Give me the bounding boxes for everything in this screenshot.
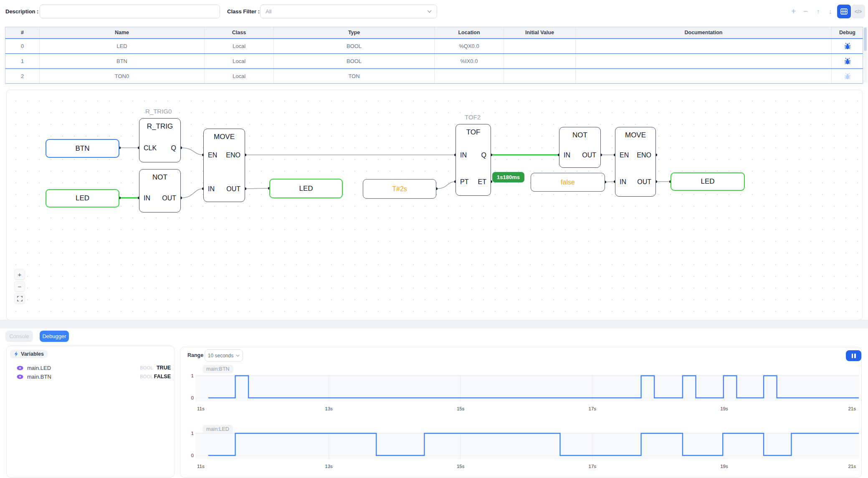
zoom-in-button[interactable]: + [14, 269, 25, 280]
block-not-1[interactable]: NOTINOUT [139, 169, 181, 212]
range-label: Range [187, 352, 203, 358]
variable-row[interactable]: main.LED BOOL TRUE [17, 364, 171, 372]
block-title: R_TRIG [139, 122, 180, 131]
variable-value: FALSE [153, 374, 171, 379]
tab-console[interactable]: Console [5, 331, 33, 342]
block-title: NOT [139, 173, 180, 182]
block-t2s-literal[interactable]: T#2s [363, 179, 436, 199]
block-led-var-2[interactable]: LED [269, 179, 343, 198]
port-eno: ENO [637, 152, 651, 159]
block-label: BTN [76, 144, 90, 153]
debug-toggle[interactable] [832, 69, 863, 83]
description-input[interactable] [40, 5, 220, 18]
port-eno: ENO [226, 152, 240, 159]
cell: Local [205, 54, 274, 68]
zoom-out-button[interactable]: − [14, 281, 25, 292]
table-row[interactable]: 0LEDLocalBOOL%QX0.0 [5, 38, 863, 54]
panel-divider[interactable] [0, 320, 868, 329]
column-header--[interactable]: # [5, 27, 40, 38]
port-out: OUT [637, 178, 651, 186]
tab-console-label: Console [9, 333, 29, 339]
cell: Local [205, 69, 274, 83]
lightning-icon [14, 351, 18, 357]
port-q: Q [481, 152, 486, 159]
variable-value: TRUE [153, 365, 171, 371]
table-view-button[interactable] [837, 5, 851, 18]
arrow-down-icon[interactable]: ↓ [823, 5, 837, 18]
block-led-var-1[interactable]: LED [46, 189, 119, 207]
instance-label-rtrig0: R_TRIG0 [145, 108, 172, 115]
cell [504, 54, 576, 68]
variables-table: #NameClassTypeLocationInitial ValueDocum… [5, 27, 863, 84]
fit-view-button[interactable] [14, 293, 25, 304]
debug-toggle[interactable] [832, 39, 863, 53]
block-btn-var[interactable]: BTN [46, 139, 119, 158]
zoom-out-toolbar-icon[interactable]: − [799, 5, 812, 18]
block-r-trig[interactable]: R_TRIGCLKQ [139, 118, 181, 162]
column-header-documentation[interactable]: Documentation [576, 27, 832, 38]
cell: BOOL [274, 54, 435, 68]
pause-icon [852, 354, 856, 358]
debugger-chart-panel: Range 10 seconds [180, 347, 862, 478]
class-filter-label: Class Filter : [227, 8, 260, 15]
debug-toggle[interactable] [832, 54, 863, 68]
column-header-initial-value[interactable]: Initial Value [504, 27, 576, 38]
port-en: EN [208, 152, 217, 159]
block-not-2[interactable]: NOTINOUT [559, 127, 601, 168]
cell: %IX0.0 [435, 54, 504, 68]
variables-panel: Variables main.LED BOOL TRUE main.BTN BO… [6, 346, 175, 478]
port-in: IN [460, 152, 467, 159]
block-title: MOVE [204, 133, 245, 141]
column-header-name[interactable]: Name [40, 27, 205, 38]
cell: BTN [40, 54, 205, 68]
block-move-1[interactable]: MOVEENENOINOUT [203, 129, 245, 202]
variables-chip[interactable]: Variables [10, 350, 48, 358]
column-header-location[interactable]: Location [435, 27, 504, 38]
cell: 0 [5, 39, 40, 53]
chart-label-main-led: main:LED [202, 425, 233, 433]
fbd-canvas[interactable]: R_TRIG0TOF2BTNLEDR_TRIGCLKQNOTINOUTMOVEE… [6, 90, 863, 320]
port-out: OUT [226, 185, 240, 193]
port-out: OUT [582, 152, 596, 159]
cell: TON0 [40, 69, 205, 83]
variable-row[interactable]: main.BTN BOOL FALSE [17, 372, 171, 381]
wires-layer [7, 90, 862, 320]
port-out: OUT [162, 195, 176, 202]
class-filter-value: All [266, 8, 271, 15]
block-led-var-3[interactable]: LED [671, 172, 745, 191]
column-header-debug[interactable]: Debug [832, 27, 863, 38]
port-in: IN [564, 152, 570, 159]
range-select[interactable]: 10 seconds [205, 349, 243, 362]
column-header-type[interactable]: Type [274, 27, 435, 38]
pause-button[interactable] [846, 350, 861, 361]
plc-ide-app: { "toolbar": { "description_label": "Des… [0, 0, 868, 478]
variable-name: main.LED [27, 365, 51, 371]
variable-type: BOOL [140, 365, 153, 370]
table-scrollbar[interactable] [863, 27, 867, 82]
block-tof[interactable]: TOFINQPTET [456, 124, 491, 196]
cell [576, 54, 832, 68]
block-false-literal[interactable]: false [531, 173, 605, 192]
chart-label-main-btn: main:BTN [202, 365, 233, 373]
class-filter-select[interactable]: All [260, 5, 437, 18]
variable-type: BOOL [140, 374, 153, 379]
column-header-class[interactable]: Class [205, 27, 274, 38]
table-view-icon [840, 8, 848, 15]
tab-debugger-label: Debugger [42, 333, 66, 339]
table-row[interactable]: 1BTNLocalBOOL%IX0.0 [5, 54, 863, 69]
elapsed-time-badge: 1s180ms [492, 172, 524, 182]
block-label: false [561, 179, 575, 186]
tab-debugger[interactable]: Debugger [40, 331, 69, 342]
cell: LED [40, 39, 205, 53]
port-en: EN [620, 152, 629, 159]
port-et: ET [478, 178, 486, 186]
block-move-2[interactable]: MOVEENENOINOUT [615, 127, 656, 197]
cell [504, 69, 576, 83]
table-row[interactable]: 2TON0LocalTON [5, 69, 863, 84]
range-value: 10 seconds [208, 353, 233, 359]
code-view-button[interactable]: </> [851, 5, 865, 18]
block-label: T#2s [392, 185, 407, 193]
variable-name: main.BTN [27, 374, 51, 380]
table-header-row: #NameClassTypeLocationInitial ValueDocum… [5, 27, 863, 38]
block-title: NOT [559, 131, 600, 139]
